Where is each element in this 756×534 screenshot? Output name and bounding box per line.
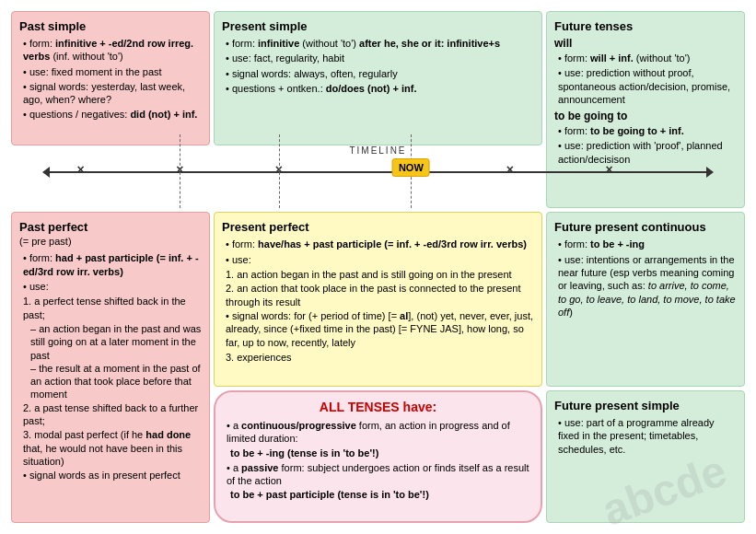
past-perfect-sub-1b: – the result at a moment in the past of … — [30, 362, 202, 401]
present-simple-section: Present simple form: infinitive (without… — [214, 11, 542, 145]
all-tenses-section: ALL TENSES have: a continuous/progressiv… — [214, 390, 542, 523]
all-tenses-code-2: to be + past participle (tense is in 'to… — [230, 489, 533, 500]
page-container: Past simple form: infinitive + -ed/2nd r… — [0, 0, 756, 534]
present-perfect-title: Present perfect — [222, 220, 534, 234]
present-simple-title: Present simple — [222, 19, 534, 33]
past-simple-section: Past simple form: infinitive + -ed/2nd r… — [11, 11, 210, 145]
all-tenses-title: ALL TENSES have: — [223, 400, 533, 414]
timeline-arrow-left — [42, 167, 50, 178]
going-to-title: to be going to — [554, 110, 737, 122]
will-item-2: use: prediction without proof, spontaneo… — [558, 66, 737, 106]
present-perfect-num-3: 3. experiences — [226, 351, 534, 364]
timeline-label: TIMELINE — [349, 145, 406, 156]
past-perfect-num-2: 2. a past tense shifted back to a furthe… — [23, 401, 202, 428]
past-perfect-num-1: 1. a perfect tense shifted back in the p… — [23, 295, 202, 321]
will-item-1: form: will + inf. (without 'to') — [558, 52, 737, 64]
all-tenses-continuous: a continuous/progressive form, an action… — [227, 419, 533, 446]
future-tenses-title: Future tenses — [554, 19, 737, 33]
timeline-line: TIMELINE × × × × × × NOW — [48, 171, 708, 173]
all-tenses-passive: a passive form: subject undergoes action… — [227, 461, 533, 488]
past-perfect-title: Past perfect(= pre past) — [19, 220, 202, 248]
past-perfect-num-3: 3. modal past perfect (if he had done th… — [23, 428, 202, 468]
present-perfect-use: use: — [226, 253, 534, 266]
fps-use: use: part of a programme already fixed i… — [558, 416, 737, 456]
past-simple-title: Past simple — [19, 19, 202, 33]
past-perfect-item-form: form: had + past participle (= inf. + -e… — [23, 251, 202, 278]
future-present-simple-title: Future present simple — [554, 399, 737, 412]
present-perfect-num-2: 2. an action that took place in the past… — [226, 282, 534, 308]
future-present-continuous-section: Future present continuous form: to be + … — [546, 212, 745, 387]
past-simple-item-3: signal words: yesterday, last week, ago,… — [23, 80, 202, 107]
dashed-line-1 — [180, 134, 180, 208]
timeline-container: TIMELINE × × × × × × NOW — [11, 149, 745, 195]
fpc-use: use: intentions or arrangements in the n… — [558, 253, 737, 319]
present-simple-item-1: form: infinitive (without 'to') after he… — [226, 37, 534, 50]
future-present-continuous-title: Future present continuous — [554, 220, 737, 234]
will-title: will — [554, 37, 737, 50]
present-perfect-num-1: 1. an action began in the past and is st… — [226, 268, 534, 281]
present-perfect-signal: signal words: for (+ period of time) [= … — [226, 309, 534, 349]
timeline-x-5: × — [506, 162, 514, 177]
present-simple-item-2: use: fact, regularity, habit — [226, 52, 534, 64]
past-perfect-item-use: use: — [23, 280, 202, 293]
now-marker: NOW — [392, 158, 430, 177]
present-simple-item-3: signal words: always, often, regularly — [226, 67, 534, 80]
timeline-x-1: × — [77, 162, 85, 177]
future-present-simple-section: Future present simple use: part of a pro… — [546, 390, 745, 523]
main-grid: Past simple form: infinitive + -ed/2nd r… — [9, 9, 747, 525]
timeline-row: TIMELINE × × × × × × NOW — [11, 149, 745, 195]
timeline-x-6: × — [605, 162, 612, 177]
present-simple-item-4: questions + ontken.: do/does (not) + inf… — [226, 82, 534, 95]
past-simple-item-4: questions / negatives: did (not) + inf. — [23, 108, 202, 121]
fpc-form: form: to be + -ing — [558, 238, 737, 250]
present-perfect-section: Present perfect form: have/has + past pa… — [214, 212, 542, 387]
dashed-line-2 — [279, 134, 280, 208]
past-perfect-signal: signal words as in present perfect — [23, 469, 202, 482]
past-simple-item-2: use: fixed moment in the past — [23, 65, 202, 78]
going-to-item-1: form: to be going to + inf. — [558, 124, 737, 137]
timeline-arrow-right — [706, 167, 714, 178]
past-perfect-section: Past perfect(= pre past) form: had + pas… — [11, 212, 210, 523]
past-perfect-sub-1a: – an action began in the past and was st… — [30, 322, 202, 362]
past-simple-item-1: form: infinitive + -ed/2nd row irreg. ve… — [23, 37, 202, 64]
present-perfect-form: form: have/has + past participle (= inf.… — [226, 238, 534, 250]
all-tenses-code-1: to be + -ing (tense is in 'to be'!) — [230, 447, 533, 459]
